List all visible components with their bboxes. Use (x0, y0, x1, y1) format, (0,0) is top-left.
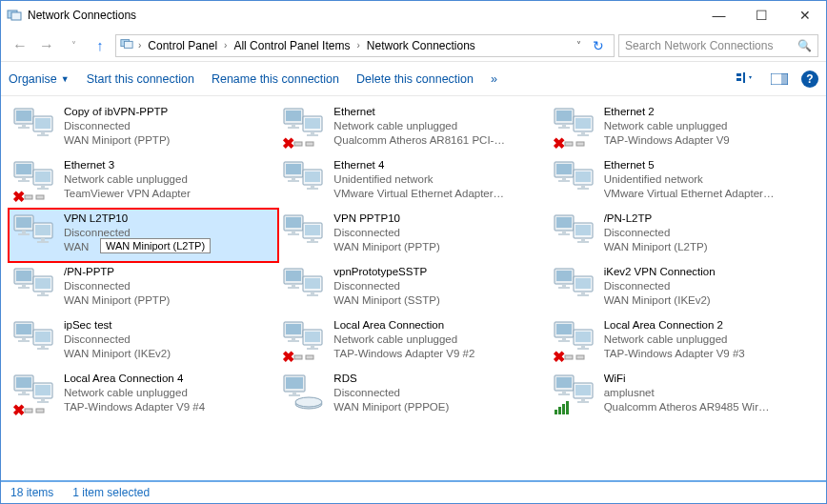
search-placeholder: Search Network Connections (625, 39, 773, 52)
view-options-button[interactable] (733, 68, 757, 91)
svg-rect-53 (311, 185, 314, 188)
address-bar[interactable]: › Control Panel › All Control Panel Item… (115, 34, 615, 57)
more-tools-button[interactable]: » (491, 72, 497, 86)
svg-rect-61 (581, 185, 585, 188)
svg-rect-94 (37, 294, 49, 296)
connection-item[interactable]: /PN-L2TPDisconnectedWAN Miniport (L2TP) (549, 209, 818, 262)
svg-rect-101 (311, 292, 314, 294)
connection-name: VPN PPTP10 (333, 212, 439, 226)
connection-item[interactable]: RDSDisconnectedWAN Miniport (PPPOE) (278, 369, 548, 422)
svg-rect-4 (736, 73, 741, 76)
svg-rect-5 (736, 78, 741, 81)
connection-item[interactable]: ✖EthernetNetwork cable unpluggedQualcomm… (278, 102, 548, 155)
svg-rect-121 (292, 337, 295, 340)
connection-item[interactable]: Copy of ibVPN-PPTPDisconnectedWAN Minipo… (9, 102, 278, 155)
svg-rect-106 (558, 287, 570, 289)
address-dropdown-icon[interactable]: ˅ (573, 40, 585, 50)
svg-rect-72 (286, 217, 301, 228)
connection-status: Network cable unplugged (604, 333, 745, 347)
svg-rect-134 (575, 332, 591, 342)
connection-adapter: Qualcomm Atheros AR8161 PCI-E... (333, 133, 505, 148)
connection-adapter: WAN Miniport (PPTP) (64, 293, 170, 308)
chevron-right-icon[interactable]: › (135, 40, 144, 50)
maximize-button[interactable]: ☐ (740, 1, 783, 30)
svg-rect-45 (25, 195, 32, 199)
svg-rect-163 (555, 410, 557, 414)
help-button[interactable]: ? (801, 71, 818, 88)
connection-item[interactable]: WiFiamplusnetQualcomm Atheros AR9485 Wir… (549, 369, 818, 422)
back-button[interactable]: ← (9, 34, 31, 57)
connection-item[interactable]: ✖Ethernet 3Network cable unpluggedTeamVi… (9, 155, 278, 209)
svg-rect-10 (16, 111, 31, 121)
delete-connection-button[interactable]: Delete this connection (356, 72, 474, 86)
svg-rect-36 (576, 142, 584, 146)
svg-rect-19 (292, 124, 295, 127)
search-input[interactable]: Search Network Connections 🔍 (618, 34, 818, 57)
svg-rect-132 (558, 340, 570, 342)
connection-item[interactable]: Ethernet 5Unidentified networkVMware Vir… (549, 155, 818, 209)
svg-rect-73 (292, 231, 295, 233)
preview-pane-button[interactable] (767, 68, 792, 91)
svg-rect-128 (306, 355, 313, 359)
connection-name: VPN L2TP10 (64, 212, 131, 226)
toolbar: Organise ▼ Start this connection Rename … (1, 62, 826, 96)
breadcrumb-all-items[interactable]: All Control Panel Items (232, 39, 352, 52)
connection-item[interactable]: ✖Local Area ConnectionNetwork cable unpl… (278, 315, 548, 369)
connection-status: amplusnet (604, 386, 776, 400)
connection-name: Ethernet 3 (64, 158, 191, 172)
svg-rect-35 (565, 142, 573, 146)
svg-rect-160 (575, 385, 591, 395)
connection-item[interactable]: ✖Ethernet 2Network cable unpluggedTAP-Wi… (549, 102, 818, 155)
svg-rect-157 (562, 391, 566, 393)
rename-connection-button[interactable]: Rename this connection (212, 72, 339, 86)
connection-item[interactable]: ✖Local Area Connection 2Network cable un… (549, 315, 818, 369)
svg-rect-22 (305, 118, 320, 129)
connection-name: Ethernet 4 (333, 158, 505, 172)
connection-item[interactable]: iKev2 VPN ConnectionDisconnectedWAN Mini… (549, 262, 818, 315)
connection-item[interactable]: Ethernet 4Unidentified networkVMware Vir… (278, 155, 548, 209)
view-tools: ? (733, 68, 818, 91)
minimize-button[interactable]: — (697, 1, 740, 30)
svg-rect-15 (41, 131, 45, 134)
connection-item[interactable]: VPN PPTP10DisconnectedWAN Miniport (PPTP… (278, 209, 548, 262)
connection-adapter: TAP-Windows Adapter V9 #3 (604, 347, 745, 361)
connection-item[interactable]: /PN-PPTPDisconnectedWAN Miniport (PPTP) (9, 262, 278, 315)
connection-adapter: WAN Miniport (IKEv2) (604, 293, 716, 308)
search-icon[interactable]: 🔍 (797, 39, 812, 52)
recent-dropdown[interactable]: ˅ (62, 34, 85, 57)
svg-rect-25 (294, 142, 302, 146)
connection-item[interactable]: VPN L2TP10DisconnectedWANWAN Miniport (L… (9, 209, 278, 262)
svg-point-154 (295, 397, 322, 407)
up-button[interactable]: ↑ (89, 34, 111, 57)
connection-icon (553, 212, 598, 257)
chevron-right-icon[interactable]: › (353, 40, 362, 50)
connection-icon (12, 212, 58, 257)
refresh-button[interactable]: ↻ (587, 38, 610, 53)
status-selected-count: 1 item selected (72, 486, 150, 499)
svg-rect-42 (35, 171, 50, 182)
breadcrumb-control-panel[interactable]: Control Panel (146, 39, 219, 52)
svg-rect-77 (311, 238, 314, 241)
breadcrumb-network-connections[interactable]: Network Connections (365, 39, 477, 52)
forward-button[interactable]: → (35, 34, 58, 57)
svg-rect-104 (556, 271, 572, 281)
connection-item[interactable]: vpnPrototypeSSTPDisconnectedWAN Miniport… (278, 262, 548, 315)
svg-rect-49 (292, 177, 295, 180)
svg-rect-108 (575, 278, 591, 289)
svg-rect-130 (556, 324, 572, 334)
start-connection-button[interactable]: Start this connection (87, 72, 194, 86)
connection-icon: ✖ (553, 318, 598, 364)
window-title: Network Connections (28, 9, 697, 22)
organise-button[interactable]: Organise ▼ (9, 72, 70, 86)
close-button[interactable]: ✕ (783, 1, 826, 30)
svg-rect-39 (22, 177, 26, 180)
connection-status: Disconnected (64, 333, 171, 347)
svg-rect-66 (18, 233, 30, 235)
svg-rect-12 (18, 127, 30, 129)
svg-rect-122 (288, 340, 299, 342)
connection-item[interactable]: ipSec testDisconnectedWAN Miniport (IKEv… (9, 315, 278, 369)
svg-rect-30 (558, 127, 570, 129)
svg-rect-127 (294, 355, 302, 359)
connection-item[interactable]: ✖Local Area Connection 4Network cable un… (9, 369, 278, 422)
chevron-right-icon[interactable]: › (221, 40, 230, 50)
